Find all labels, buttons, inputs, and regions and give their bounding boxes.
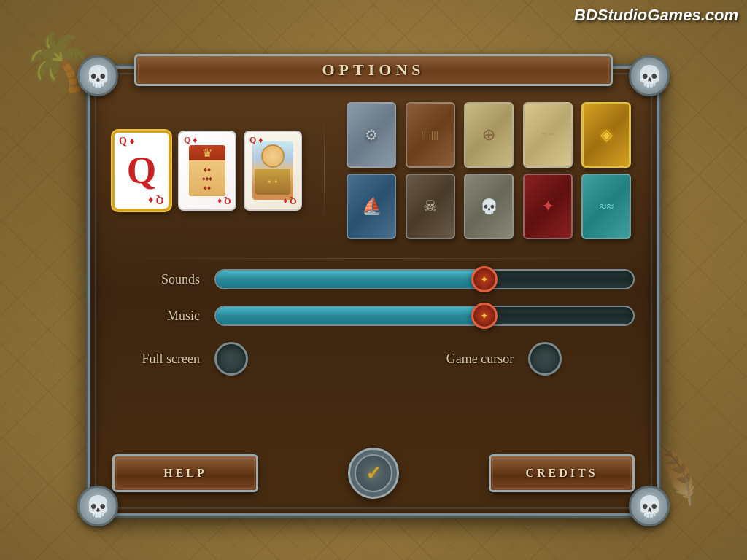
fullscreen-label: Full screen: [112, 351, 200, 367]
controls-section: Sounds Music Full screen: [112, 269, 635, 387]
sounds-slider[interactable]: [214, 269, 635, 289]
sounds-label: Sounds: [112, 272, 200, 287]
skull-corner-bl: 💀: [77, 486, 118, 526]
separator-line: [105, 258, 642, 259]
options-panel: 💀 💀 💀 💀 OPTIONS Q ♦ Q Q ♦ Q ♦ ♛: [88, 66, 659, 516]
card-symbol2-tl: Q ♦: [184, 135, 197, 146]
character-face: ✦ ✦: [252, 141, 293, 200]
card-big-q: Q: [127, 152, 156, 190]
music-slider[interactable]: [214, 306, 635, 326]
skull-corner-br: 💀: [629, 486, 670, 526]
card-symbol3-br: Q ♦: [283, 195, 296, 206]
sounds-slider-thumb[interactable]: [471, 266, 498, 292]
skull-corner-tl: 💀: [77, 55, 118, 96]
fullscreen-group: Full screen: [112, 342, 374, 376]
section-divider: [324, 120, 325, 222]
card-back-wood[interactable]: |||||||: [406, 102, 455, 168]
card-back-skull-brown[interactable]: ☠: [406, 174, 455, 239]
fullscreen-toggle[interactable]: [214, 342, 248, 376]
gamecursor-toggle[interactable]: [528, 342, 562, 376]
panel-title: OPTIONS: [322, 61, 425, 79]
help-button-label: HELP: [163, 467, 207, 480]
queen-face: ♛ ♦♦ ♦♦♦ ♦♦: [189, 145, 225, 196]
card-back-metal[interactable]: ⚙: [347, 102, 396, 168]
card-style-classic[interactable]: Q ♦ ♛ ♦♦ ♦♦♦ ♦♦ Q ♦: [178, 131, 236, 211]
card-back-skull-gray[interactable]: 💀: [464, 174, 514, 239]
card-back-ship[interactable]: ⛵: [347, 174, 396, 239]
gamecursor-group: Game cursor: [374, 342, 635, 376]
music-label: Music: [112, 308, 200, 324]
cards-section: Q ♦ Q Q ♦ Q ♦ ♛ ♦♦ ♦♦♦ ♦♦ Q ♦: [112, 98, 635, 244]
ok-button[interactable]: ✓: [348, 448, 399, 499]
toggle-row: Full screen Game cursor: [112, 342, 635, 376]
sounds-row: Sounds: [112, 269, 635, 289]
card-symbol3-tl: Q ♦: [249, 135, 263, 146]
gamecursor-label: Game cursor: [446, 351, 514, 367]
bottom-buttons: HELP ✓ CREDITS: [112, 448, 635, 499]
card-back-badge[interactable]: ✦: [523, 174, 573, 239]
music-slider-fill: [216, 307, 487, 324]
checkmark-icon: ✓: [365, 462, 382, 485]
help-button[interactable]: HELP: [112, 454, 258, 492]
watermark: BDStudioGames.com: [574, 6, 738, 25]
card-back-compass[interactable]: ⊕: [464, 102, 514, 168]
title-bar: OPTIONS: [134, 54, 613, 86]
card-back-ocean[interactable]: ≈≈: [581, 174, 631, 239]
card-symbol2-br: Q ♦: [217, 195, 231, 206]
card-style-previews: Q ♦ Q Q ♦ Q ♦ ♛ ♦♦ ♦♦♦ ♦♦ Q ♦: [112, 131, 302, 211]
card-symbol-br: Q ♦: [148, 194, 164, 206]
credits-button-label: CREDITS: [525, 467, 597, 480]
ok-button-inner: ✓: [355, 454, 392, 492]
card-symbol-tl: Q ♦: [119, 136, 135, 147]
music-slider-thumb[interactable]: [471, 303, 498, 329]
card-backs-grid: ⚙ ||||||| ⊕ ~ ~ ◈ ⛵ ☠ 💀: [347, 102, 635, 239]
music-row: Music: [112, 306, 635, 326]
card-style-plain[interactable]: Q ♦ Q Q ♦: [112, 131, 171, 211]
card-back-chest[interactable]: ◈: [581, 102, 631, 168]
sounds-slider-fill: [216, 271, 487, 288]
card-style-character[interactable]: Q ♦ ✦ ✦ Q ♦: [244, 131, 302, 211]
credits-button[interactable]: CREDITS: [489, 454, 635, 492]
skull-corner-tr: 💀: [629, 55, 670, 96]
card-back-parchment[interactable]: ~ ~: [523, 102, 573, 168]
